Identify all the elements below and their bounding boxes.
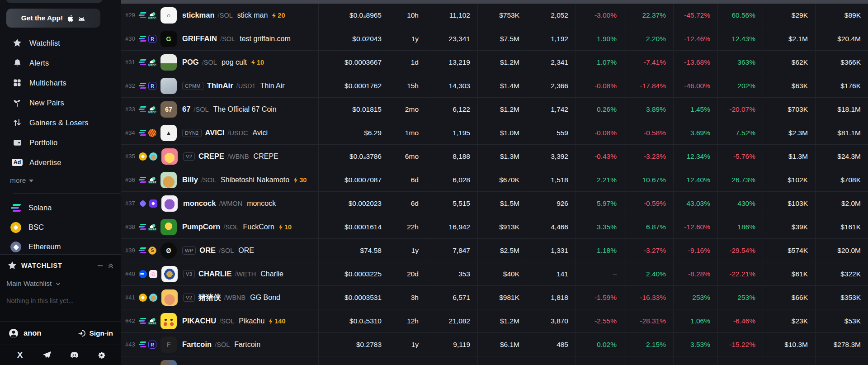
rank-label: #41 xyxy=(125,294,139,301)
token-symbol: ThinAir xyxy=(207,81,233,90)
table-row[interactable]: #41 V2 猪猪侠 / WBNB GG Bond $0.0003531 3h … xyxy=(121,286,868,309)
table-row[interactable]: #42 SWAP PIKACHU / SOL Pikachu 140 $0.0₄… xyxy=(121,309,868,333)
cell-token: #43 R F Fartcoin / SOL Fartcoin xyxy=(121,333,318,356)
sidebar-item-label: Multicharts xyxy=(29,79,66,87)
sidebar-item-watchlist[interactable]: Watchlist xyxy=(0,33,121,53)
cell-6h-change: -9.16% xyxy=(673,239,717,262)
cell-age: 1mo xyxy=(389,121,426,144)
table-row[interactable]: #29 SWAP ○ stickman / SOL stick man 20 $… xyxy=(121,4,868,27)
watchlist-selector[interactable]: Main Watchlist xyxy=(6,280,121,288)
table-row[interactable]: #33 SWAP 67 67 / SOL The Official 67 Coi… xyxy=(121,98,868,121)
watchlist-empty-text: Nothing in this list yet... xyxy=(6,297,121,304)
cell-liquidity: $10.3M xyxy=(763,333,815,356)
table-row[interactable]: #38 SWAP PumpCorn / SOL FuckCorn 10 $0.0… xyxy=(121,215,868,239)
cell-volume: $7.5M xyxy=(477,27,527,50)
cell-1h-change: -7.41% xyxy=(624,51,673,74)
solana-icon xyxy=(139,130,146,136)
table-row[interactable]: #32 R CPMM ThinAir / USD1 Thin Air $0.00… xyxy=(121,74,868,98)
quote-symbol: SOL xyxy=(222,35,235,43)
token-name: Charlie xyxy=(260,270,283,278)
wallet-icon xyxy=(12,138,23,147)
star-icon xyxy=(7,261,17,270)
sidebar-item-advertise[interactable]: Ad Advertise xyxy=(0,152,121,172)
minimize-icon[interactable] xyxy=(97,262,104,269)
cell-24h-change: 430% xyxy=(717,192,763,215)
solana-icon xyxy=(139,224,146,230)
cell-6h-change: 12.40% xyxy=(673,168,717,191)
telegram-icon[interactable] xyxy=(39,347,55,363)
table-row[interactable]: #35 V2 CREPE / WBNB CREPE $0.0₄3786 6mo … xyxy=(121,145,868,168)
cell-price: $0.0003667 xyxy=(318,51,389,74)
cell-txns: 6,122 xyxy=(426,98,477,121)
rank-label: #40 xyxy=(125,270,139,277)
cell-1h-change: 10.67% xyxy=(624,168,673,191)
cell-1h-change: -3.23% xyxy=(624,145,673,168)
cell-volume: $981K xyxy=(477,286,527,309)
sidebar-item-multicharts[interactable]: Multicharts xyxy=(0,73,121,93)
cell-1h-change: 2.15% xyxy=(624,333,673,356)
table-row[interactable]: SWAP xyxy=(121,356,868,365)
table-row[interactable]: #43 R F Fartcoin / SOL Fartcoin $0.2783 … xyxy=(121,333,868,356)
more-label: more xyxy=(10,176,26,185)
cell-makers: 3,392 xyxy=(527,145,576,168)
pool-badge: DYN2 xyxy=(182,129,202,137)
cell-price: $0.0₄5310 xyxy=(318,309,389,332)
partial-button-above xyxy=(6,0,102,3)
base-icon xyxy=(139,270,147,278)
sidebar-item-portfolio[interactable]: Portfolio xyxy=(0,133,121,152)
sign-in-button[interactable]: Sign-in xyxy=(78,329,113,337)
pool-badge: V2 xyxy=(183,294,195,302)
table-row[interactable]: #40 ♘ V3 CHARLIE / WETH Charlie $0.00032… xyxy=(121,262,868,286)
table-row[interactable]: #34 ▲ DYN2 AVICI / USDC Avici $6.29 1mo … xyxy=(121,121,868,145)
sidebar-item-gainers-losers[interactable]: Gainers & Losers xyxy=(0,113,121,133)
cell-token: #38 SWAP PumpCorn / SOL FuckCorn 10 xyxy=(121,215,318,238)
token-avatar xyxy=(160,172,177,188)
chain-item-bsc[interactable]: BSC xyxy=(0,218,121,237)
bsc-icon xyxy=(8,222,24,233)
cell-makers: 1,742 xyxy=(527,98,576,121)
cell-1h-change: 6.87% xyxy=(624,215,673,238)
cell-makers xyxy=(527,356,576,365)
quote-symbol: WETH xyxy=(237,270,256,278)
table-row[interactable]: #37 moncock / WMON moncock $0.002023 6d … xyxy=(121,192,868,215)
cell-makers: 2,341 xyxy=(527,51,576,74)
get-app-button[interactable]: Get the App! xyxy=(6,9,100,28)
cell-5m-change: 1.90% xyxy=(576,27,624,50)
cell-price: $74.58 xyxy=(318,239,389,262)
ethereum-icon xyxy=(8,242,24,252)
table-row[interactable]: #31 SWAP POG / SOL pog cult 10 $0.000366… xyxy=(121,51,868,74)
boost-badge: 10 xyxy=(278,223,292,231)
cell-mcap: $176K xyxy=(815,74,868,97)
cell-24h-change: -15.22% xyxy=(717,333,763,356)
cell-liquidity: $29K xyxy=(763,4,815,27)
quote-symbol: WMON xyxy=(221,200,243,207)
chain-item-ethereum[interactable]: Ethereum xyxy=(0,237,121,256)
sidebar-more[interactable]: more xyxy=(0,172,121,189)
cell-volume: $40K xyxy=(477,262,527,285)
table-row[interactable]: #30 R G GRIFFAIN / SOL test griffain.com… xyxy=(121,27,868,51)
discord-icon[interactable] xyxy=(66,347,82,363)
pumpswap-icon: SWAP xyxy=(148,176,156,184)
cell-txns: 23,341 xyxy=(426,27,477,50)
token-avatar xyxy=(161,289,178,306)
cell-24h-change: -22.21% xyxy=(717,262,763,285)
chain-item-solana[interactable]: Solana xyxy=(0,198,121,218)
sidebar-item-new-pairs[interactable]: New Pairs xyxy=(0,93,121,113)
x-icon[interactable]: X xyxy=(12,347,28,363)
cell-5m-change: -3.00% xyxy=(576,4,624,27)
bsc-icon xyxy=(139,294,147,302)
table-row[interactable]: #39 S Ø WP ORE / SOL ORE $74.58 1y 7,847… xyxy=(121,239,868,262)
cell-volume: $753K xyxy=(477,4,527,27)
token-avatar xyxy=(160,313,177,329)
cell-24h-change xyxy=(717,356,763,365)
pumpswap-icon: SWAP xyxy=(148,105,156,114)
quote-symbol: SOL xyxy=(220,12,233,19)
cell-price: $0.01815 xyxy=(318,98,389,121)
sidebar-item-alerts[interactable]: Alerts xyxy=(0,53,121,73)
gear-icon[interactable] xyxy=(94,347,109,363)
cell-mcap: $20.4M xyxy=(815,27,868,50)
table-row[interactable]: #36 SWAP Billy / SOL Shibetoshi Nakamoto… xyxy=(121,168,868,192)
rank-label: #38 xyxy=(125,223,139,230)
chain-list: Solana BSC Ethereum xyxy=(0,198,121,256)
collapse-icon[interactable] xyxy=(108,262,114,269)
